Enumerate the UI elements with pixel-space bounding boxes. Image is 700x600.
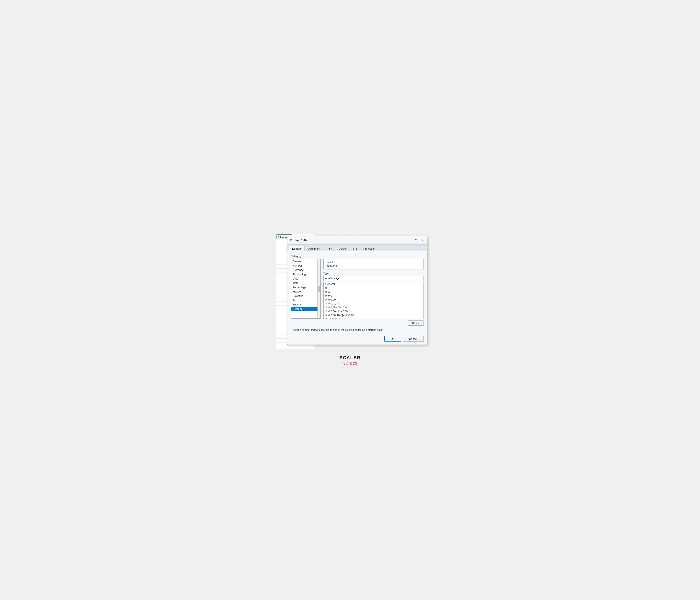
sample-box: Sample 03/02/2023	[323, 259, 424, 270]
format-list-container[interactable]: General 0 0.00 #,##0 #,##0.00 #,##0;-#,#…	[323, 282, 424, 319]
dialog-titlebar: Format Cells ? ×	[288, 236, 427, 245]
delete-button[interactable]: Delete	[408, 321, 424, 326]
cancel-button[interactable]: Cancel	[403, 336, 424, 342]
scroll-up-arrow[interactable]: ▲	[318, 259, 320, 262]
tab-fill[interactable]: Fill	[350, 246, 360, 251]
format-list: General 0 0.00 #,##0 #,##0.00 #,##0;-#,#…	[324, 282, 424, 319]
sample-value: 03/02/2023	[326, 265, 421, 268]
list-item[interactable]: General	[291, 259, 318, 264]
list-item[interactable]: Fraction	[291, 290, 318, 294]
right-panel: Sample 03/02/2023 Type: General 0 0.00 #…	[323, 259, 424, 326]
branding: SCALER Topics	[276, 355, 424, 366]
sample-label: Sample	[326, 261, 421, 264]
list-item[interactable]: Text	[291, 298, 318, 302]
category-list-container: General Number Currency Accounting Date …	[291, 259, 321, 319]
list-item[interactable]: Accounting	[291, 272, 318, 276]
category-list: General Number Currency Accounting Date …	[291, 259, 320, 319]
dialog-title: Format Cells	[290, 239, 307, 242]
dialog-controls: ? ×	[414, 238, 425, 243]
list-item[interactable]: Time	[291, 281, 318, 285]
dialog-footer: OK Cancel	[288, 334, 427, 345]
type-input[interactable]	[323, 276, 424, 281]
list-item[interactable]: Currency	[291, 268, 318, 272]
list-item[interactable]: #,##0	[324, 294, 424, 298]
list-item[interactable]: Percentage	[291, 285, 318, 290]
list-item[interactable]: #,##0;[Red]-#,##0	[324, 305, 424, 309]
main-row: General Number Currency Accounting Date …	[291, 259, 424, 326]
list-item-custom[interactable]: Custom	[291, 307, 318, 311]
tab-font[interactable]: Font	[324, 246, 335, 251]
tab-alignment[interactable]: Alignment	[305, 246, 323, 251]
scroll-thumb[interactable]	[318, 286, 320, 292]
tab-protection[interactable]: Protection	[360, 246, 379, 251]
dialog-content: Category: General Number Currency Accoun…	[288, 251, 427, 334]
type-label: Type:	[323, 272, 424, 275]
list-item[interactable]: #,##0.00	[324, 298, 424, 302]
category-scrollbar[interactable]: ▲ ▼	[318, 259, 320, 319]
close-button[interactable]: ×	[420, 238, 425, 243]
delete-row: Delete	[323, 321, 424, 326]
list-item[interactable]: ₹ #,##0;₹ -#,##0	[324, 317, 424, 319]
tab-border[interactable]: Border	[335, 246, 350, 251]
list-item[interactable]: Date	[291, 276, 318, 281]
list-item[interactable]: Number	[291, 264, 318, 268]
list-item[interactable]: #,##0;-#,##0	[324, 302, 424, 305]
list-item[interactable]: 0.00	[324, 290, 424, 294]
scroll-down-arrow[interactable]: ▼	[318, 315, 320, 318]
tab-number[interactable]: Number	[289, 246, 305, 251]
list-item[interactable]: General	[324, 282, 424, 286]
ok-button[interactable]: OK	[384, 336, 401, 342]
help-button[interactable]: ?	[414, 238, 418, 243]
dialog-tabs: Number Alignment Font Border Fill Protec…	[288, 245, 427, 251]
help-text: Type the number format code, using one o…	[291, 328, 424, 331]
list-item[interactable]: #,##0.00;[Red]-#,##0.00	[324, 313, 424, 317]
brand-scaler-text: SCALER	[276, 355, 424, 360]
brand-topics-text: Topics	[343, 360, 357, 367]
format-cells-dialog: Format Cells ? × Number Alignment Font B…	[287, 236, 427, 345]
category-label: Category:	[291, 255, 424, 258]
list-item[interactable]: Scientific	[291, 294, 318, 298]
list-item[interactable]: Special	[291, 302, 318, 307]
list-item[interactable]: #,##0.00;-#,##0.00	[324, 309, 424, 313]
list-item[interactable]: 0	[324, 286, 424, 290]
